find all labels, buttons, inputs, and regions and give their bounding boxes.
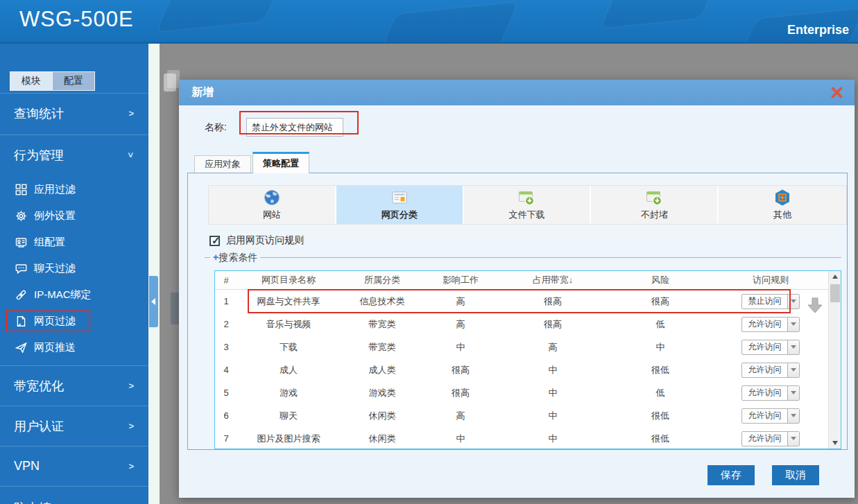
cell-index: 1 (215, 296, 237, 306)
col-header-index: # (215, 275, 237, 286)
cell-rule: 允许访问 (712, 385, 830, 401)
move-down-icon[interactable] (806, 296, 824, 314)
category-tab-no-block[interactable]: 不封堵 (591, 186, 719, 224)
access-rule-dropdown[interactable]: 允许访问 (741, 408, 800, 424)
col-header-bandwidth-sorted[interactable]: 占用带宽↓ (497, 274, 609, 286)
sidebar-item-chat-filter[interactable]: 聊天过滤 (0, 255, 149, 281)
sidebar-menu-user-auth[interactable]: 用户认证 > (0, 406, 149, 446)
behavior-submenu: 应用过滤 例外设置 组配置 (0, 176, 149, 360)
tab-policy-config[interactable]: 策略配置 (252, 152, 309, 173)
cell-name: 音乐与视频 (237, 318, 340, 331)
menu-label: 带宽优化 (14, 378, 64, 394)
dropdown-value: 允许访问 (742, 410, 787, 422)
dropdown-arrow-icon (787, 363, 799, 377)
scroll-down-icon[interactable] (829, 437, 841, 449)
cell-bandwidth: 中 (497, 410, 609, 422)
sidebar-tab-config[interactable]: 配置 (53, 71, 95, 91)
sidebar-item-group-config[interactable]: 组配置 (0, 229, 149, 255)
dropdown-arrow-icon (787, 295, 799, 309)
search-condition-label[interactable]: +搜索条件 (210, 252, 260, 264)
cell-rule: 允许访问 (712, 340, 830, 355)
cell-risk: 很低 (609, 410, 712, 422)
table-row: 4 成人 成人类 很高 中 很低 允许访问 (215, 358, 841, 381)
scrollbar-thumb[interactable] (830, 284, 840, 302)
table-header-row: # 网页目录名称 所属分类 影响工作 占用带宽↓ 风险 访问规则 (215, 271, 841, 290)
cell-bandwidth: 中 (497, 387, 609, 399)
chevron-right-icon: > (128, 108, 134, 119)
sidebar-tab-module[interactable]: 模块 (10, 71, 53, 91)
sidebar-menu-query-stats[interactable]: 查询统计 > (0, 93, 149, 133)
col-header-risk: 风险 (609, 274, 712, 286)
sidebar-item-web-push[interactable]: 网页推送 (0, 334, 149, 360)
cancel-button[interactable]: 取消 (772, 465, 819, 485)
access-rule-dropdown[interactable]: 允许访问 (741, 317, 800, 332)
access-rule-dropdown[interactable]: 允许访问 (741, 385, 800, 401)
sidebar-collapse-handle[interactable] (149, 276, 158, 327)
close-icon[interactable] (830, 86, 843, 99)
dropdown-arrow-icon (787, 409, 799, 423)
sidebar-item-app-filter[interactable]: 应用过滤 (0, 176, 149, 202)
category-label: 文件下载 (508, 209, 544, 221)
access-rule-dropdown[interactable]: 允许访问 (741, 431, 800, 446)
dialog-tabs: 应用对象 策略配置 (194, 152, 309, 173)
globe-icon (263, 189, 281, 207)
dropdown-arrow-icon (787, 340, 799, 354)
cell-index: 4 (215, 365, 237, 375)
name-input[interactable] (246, 118, 343, 137)
cell-rule: 允许访问 (712, 363, 830, 378)
dialog-title: 新增 (191, 85, 214, 100)
sidebar-menu-vpn[interactable]: VPN > (0, 446, 149, 486)
cell-name: 图片及图片搜索 (237, 433, 340, 445)
table-body: 1 网盘与文件共享 信息技术类 高 很高 很高 禁止访问 (215, 290, 841, 450)
sidebar-menu-firewall-partial[interactable]: 防火墙 (0, 486, 149, 504)
header-pattern (375, 1, 520, 44)
cell-category: 信息技术类 (340, 295, 424, 308)
checkbox-label: 启用网页访问规则 (226, 234, 304, 247)
dialog-header: 新增 (179, 80, 855, 105)
tab-label: 应用对象 (205, 158, 241, 171)
sidebar-gap (148, 44, 160, 504)
link-icon (15, 289, 27, 301)
enable-web-access-rule-checkbox[interactable]: 启用网页访问规则 (209, 234, 304, 247)
table-row: 5 游戏 游戏类 很高 中 低 允许访问 (215, 381, 841, 404)
dropdown-value: 允许访问 (742, 364, 787, 376)
cell-impact: 中 (424, 433, 497, 445)
cell-bandwidth: 很高 (497, 295, 609, 308)
menu-label: 查询统计 (14, 105, 64, 122)
category-tab-other[interactable]: 其他 (719, 186, 846, 224)
sidebar-item-exception-settings[interactable]: 例外设置 (0, 202, 149, 229)
access-rule-dropdown[interactable]: 允许访问 (741, 340, 800, 355)
cell-risk: 很高 (609, 295, 712, 308)
category-tab-webpage-category[interactable]: 网页分类 (336, 186, 464, 224)
cell-bandwidth: 高 (497, 341, 609, 354)
table-scrollbar[interactable] (828, 271, 841, 449)
webpage-category-icon (391, 189, 409, 207)
collapse-arrow-icon (151, 298, 155, 305)
col-header-category: 所属分类 (340, 274, 424, 286)
category-label: 网站 (263, 209, 281, 221)
sidebar-item-ip-mac-binding[interactable]: IP-MAC绑定 (0, 281, 149, 308)
cell-category: 休闲类 (340, 433, 424, 445)
plus-icon: + (213, 252, 218, 263)
menu-label: 行为管理 (14, 147, 64, 164)
fieldset-rule (205, 257, 841, 258)
cell-impact: 很高 (424, 364, 497, 376)
save-button[interactable]: 保存 (707, 465, 755, 485)
sidebar-menu-behavior-mgmt[interactable]: 行为管理 > (0, 134, 149, 175)
scroll-up-icon[interactable] (829, 271, 841, 282)
dropdown-value: 禁止访问 (742, 295, 787, 307)
cell-impact: 很高 (424, 387, 497, 399)
dropdown-value: 允许访问 (742, 318, 787, 330)
sidebar-item-web-filter[interactable]: 网页过滤 (0, 308, 149, 334)
sidebar-menu-bandwidth[interactable]: 带宽优化 > (0, 365, 149, 406)
page-icon (15, 315, 27, 327)
category-strip: 网站 网页分类 (208, 185, 847, 225)
tab-label: 策略配置 (263, 157, 299, 170)
tab-apply-target[interactable]: 应用对象 (194, 155, 251, 173)
add-policy-dialog: 新增 名称: 应用对象 策略配置 (179, 80, 855, 498)
access-rule-dropdown[interactable]: 允许访问 (741, 363, 800, 378)
sub-item-label: 例外设置 (34, 209, 76, 223)
category-tab-file-download[interactable]: 文件下载 (464, 186, 592, 224)
access-rule-dropdown[interactable]: 禁止访问 (741, 294, 800, 309)
category-tab-website[interactable]: 网站 (209, 186, 336, 224)
